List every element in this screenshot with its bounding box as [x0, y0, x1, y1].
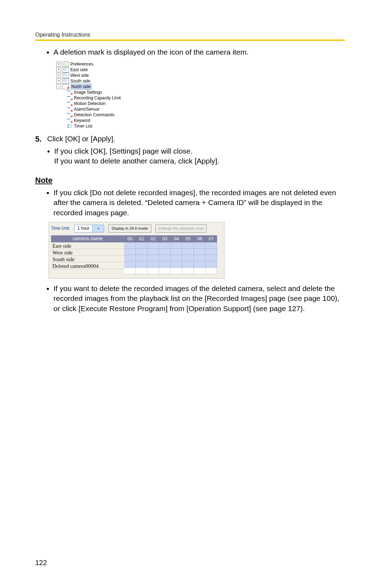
hour-label: 06: [194, 235, 205, 242]
timeline-row: [124, 255, 217, 261]
tree-west: West side: [70, 73, 89, 78]
note-heading: Note: [35, 175, 345, 186]
tree-timer: Timer List: [74, 123, 92, 129]
bullet-deletion-mark: A deletion mark is displayed on the icon…: [53, 47, 345, 57]
camera-row-empty: [51, 269, 124, 276]
camera-icon: [63, 67, 69, 73]
hour-label: 04: [171, 235, 182, 242]
hour-label: 01: [136, 235, 147, 242]
list-icon: [67, 124, 72, 129]
camera-icon: [63, 73, 69, 78]
collapse-icon: –: [56, 84, 61, 89]
timeline-row-empty: [124, 268, 217, 274]
note-bullet-2: If you want to delete the recorded image…: [53, 284, 345, 314]
camera-icon: [63, 78, 69, 84]
note-bullet-1: If you click [Do not delete recorded ima…: [53, 188, 345, 218]
camera-row-name: Deleted camera00004: [51, 262, 124, 269]
timeline-row: [124, 242, 217, 249]
hour-label: 02: [147, 235, 159, 242]
setting-deleted-icon: [67, 107, 72, 112]
tree-preferences: Preferences: [70, 61, 93, 67]
settings-tree-figure: +Preferences +East side +West side +Sout…: [56, 61, 345, 129]
tree-south: South side: [70, 78, 90, 84]
camera-name-header: camera name: [51, 235, 124, 242]
timeline-row: [124, 261, 217, 268]
page-header: Operating Instructions: [35, 32, 345, 38]
page-number: 122: [35, 559, 47, 567]
step5-sub-line1: If you click [OK], [Settings] page will …: [54, 147, 192, 155]
setting-deleted-icon: [67, 101, 72, 106]
chevron-down-icon: ▾: [92, 225, 104, 232]
setting-deleted-icon: [67, 90, 72, 95]
tree-detect-cmd: Detection Commands: [74, 112, 114, 118]
hour-label: 05: [182, 235, 194, 242]
tree-rec-cap: Recording Capacity Limit: [74, 95, 121, 101]
hour-label: 03: [159, 235, 171, 242]
tree-image-settings: Image Settings: [74, 89, 102, 95]
tree-keyword: Keyword: [74, 118, 90, 123]
camera-row-name: South side: [51, 256, 124, 262]
header-rule: [35, 39, 345, 41]
time-unit-value: 1 hour: [75, 225, 92, 231]
display-24h-button[interactable]: Display in 24-h mode: [108, 224, 151, 233]
hour-label: 00: [124, 235, 136, 242]
step5-sub: If you click [OK], [Settings] page will …: [54, 146, 219, 166]
time-unit-label: Time Unit:: [51, 225, 70, 231]
time-unit-select[interactable]: 1 hour ▾: [74, 225, 104, 233]
setting-deleted-icon: [67, 112, 72, 117]
enlarge-playback-button[interactable]: Enlarge the playback area: [156, 224, 207, 233]
expand-icon: +: [56, 67, 61, 72]
tree-east: East side: [70, 67, 88, 73]
timeline-header: 00 01 02 03 04 05 06 07: [124, 235, 217, 242]
step5-sub-line2: If you want to delete another camera, cl…: [54, 157, 219, 165]
tree-north-selected: North side: [70, 83, 92, 90]
camera-deleted-icon: [63, 84, 69, 89]
camera-row-name: West side: [51, 249, 124, 256]
expand-icon: +: [56, 79, 61, 83]
step5-text: Click [OK] or [Apply].: [47, 134, 219, 144]
setting-deleted-icon: [67, 95, 72, 100]
camera-row-name: East side: [51, 242, 124, 249]
setting-deleted-icon: [67, 118, 72, 123]
expand-icon: +: [56, 73, 61, 78]
step-number-5: 5.: [35, 134, 47, 144]
hour-label: 07: [205, 235, 217, 242]
tree-motion: Motion Detection: [74, 101, 106, 106]
tree-alarm: Alarm/Sensor: [74, 106, 100, 112]
preferences-icon: [63, 61, 69, 67]
timeline-row: [124, 249, 217, 255]
expand-icon: +: [56, 62, 61, 67]
playback-figure: Time Unit: 1 hour ▾ Display in 24-h mode…: [49, 222, 224, 279]
